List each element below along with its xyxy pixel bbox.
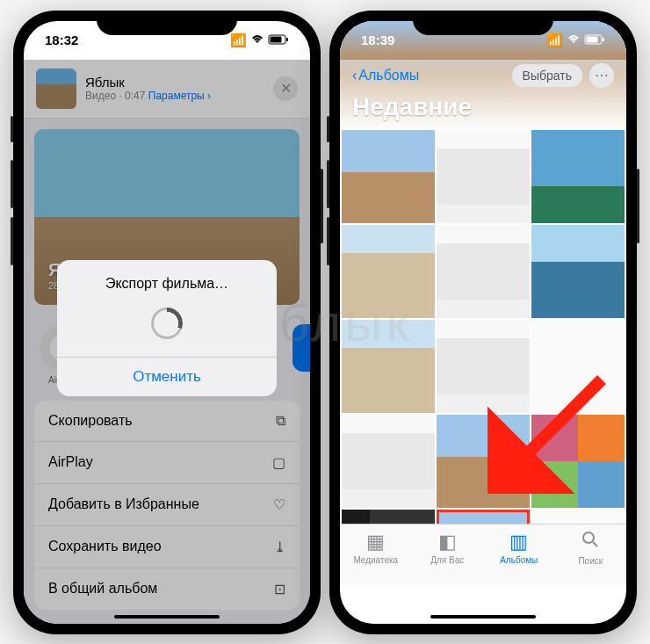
modal-title: Экспорт фильма… (57, 260, 277, 300)
tab-for-you[interactable]: ◧Для Вас (412, 525, 484, 572)
signal-icon: 📶 (546, 33, 563, 48)
wifi-icon (250, 33, 264, 47)
svg-rect-5 (603, 38, 604, 41)
svg-line-7 (593, 542, 597, 546)
tab-albums[interactable]: ▥Альбомы (483, 525, 555, 572)
battery-icon (268, 33, 289, 47)
photo-grid[interactable]: ЯБЛЫК 1:22 Для Вас (340, 130, 626, 524)
for-you-icon: ◧ (438, 531, 457, 554)
tab-library[interactable]: ▦Медиатека (340, 525, 412, 572)
photo-thumbnail[interactable] (342, 320, 435, 413)
svg-rect-1 (271, 37, 282, 43)
svg-rect-2 (286, 38, 288, 41)
library-icon: ▦ (366, 531, 385, 554)
export-modal: Экспорт фильма… Отменить (57, 260, 277, 396)
photo-thumbnail[interactable] (437, 320, 530, 413)
wifi-icon (567, 33, 581, 47)
status-time: 18:39 (361, 33, 394, 47)
progress-icon (151, 308, 183, 339)
svg-rect-4 (587, 37, 598, 43)
photo-thumbnail[interactable] (531, 320, 625, 413)
chevron-left-icon: ‹ (352, 68, 357, 83)
photo-thumbnail[interactable] (531, 225, 625, 318)
more-button[interactable]: ⋯ (589, 63, 614, 88)
albums-icon: ▥ (509, 531, 528, 554)
home-indicator[interactable] (430, 615, 536, 619)
signal-icon: 📶 (230, 33, 247, 48)
video-thumbnail-highlighted[interactable]: ЯБЛЫК 1:22 (437, 510, 530, 524)
tab-search[interactable]: Поиск (555, 525, 627, 572)
page-title: Недавние (352, 93, 614, 121)
photo-thumbnail[interactable] (342, 225, 435, 318)
battery-icon (584, 33, 605, 47)
select-button[interactable]: Выбрать (512, 64, 582, 87)
photo-thumbnail[interactable] (437, 225, 530, 318)
photo-thumbnail[interactable] (437, 130, 530, 223)
photo-thumbnail[interactable]: Для Вас (531, 510, 625, 524)
home-indicator[interactable] (114, 615, 220, 619)
svg-point-6 (583, 532, 594, 543)
cancel-button[interactable]: Отменить (57, 357, 277, 396)
photo-thumbnail[interactable] (437, 415, 530, 508)
phone-right: 18:39 📶 ‹ Альбомы Выбрать ⋯ (329, 11, 637, 634)
tab-bar: ▦Медиатека ◧Для Вас ▥Альбомы Поиск (340, 524, 626, 585)
photo-thumbnail[interactable] (342, 130, 435, 223)
photo-thumbnail[interactable] (531, 415, 625, 508)
photo-thumbnail[interactable] (342, 510, 435, 524)
status-time: 18:32 (45, 33, 78, 47)
back-button[interactable]: ‹ Альбомы (352, 68, 419, 83)
photo-thumbnail[interactable] (531, 130, 625, 223)
phone-left: 18:32 📶 Яблык Видео · 0:47 Параметры › ✕… (13, 11, 321, 634)
photo-thumbnail[interactable] (342, 415, 435, 508)
search-icon (581, 530, 600, 554)
